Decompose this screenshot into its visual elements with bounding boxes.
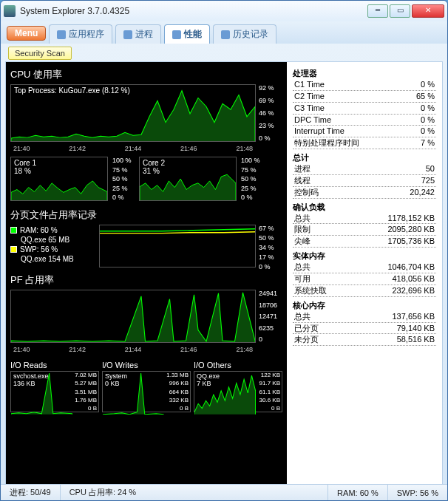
- tab-label: 应用程序: [69, 28, 104, 41]
- content-area: CPU 使用率 Top Process: KuGou7.exe (8.12 %)…: [5, 61, 443, 488]
- green-square-icon: [10, 227, 17, 234]
- cpu-title: CPU 使用率: [10, 68, 282, 81]
- core1-chart: Core 118 %: [10, 157, 108, 201]
- tab-applications[interactable]: 应用程序: [49, 24, 112, 44]
- window-title: System Explorer 3.7.0.4325: [20, 6, 367, 16]
- window-frame: System Explorer 3.7.0.4325 ━ ▭ ✕ Menu 应用…: [0, 0, 448, 501]
- pf-chart: [10, 290, 256, 343]
- processor-header: 处理器: [293, 68, 436, 79]
- io-others-title: I/O Others: [194, 361, 282, 369]
- pf-xaxis: 21:4021:4221:4421:4621:48: [10, 346, 256, 353]
- tab-label: 历史记录: [233, 28, 268, 41]
- swp-legend: SWP: 56 %: [10, 245, 99, 253]
- status-cpu: CPU 占用率: 24 %: [61, 485, 328, 500]
- stats-panel: 处理器 C1 Time0 % C2 Time65 % C3 Time0 % DP…: [287, 62, 442, 488]
- performance-icon: [172, 30, 181, 39]
- pagefile-yaxis: 67 %50 %34 %17 %0 %: [257, 225, 281, 270]
- menu-button[interactable]: Menu: [7, 26, 46, 41]
- processes-icon: [123, 30, 132, 39]
- io-writes-chart: System0 KB 1.33 MB996 KB664 KB332 KB0 B: [102, 371, 191, 412]
- tab-processes[interactable]: 进程: [115, 24, 161, 44]
- history-icon: [221, 30, 230, 39]
- swp-proc: QQ.exe 154 MB: [10, 255, 99, 263]
- titlebar[interactable]: System Explorer 3.7.0.4325 ━ ▭ ✕: [1, 1, 447, 21]
- tab-label: 进程: [135, 28, 153, 41]
- status-processes: 进程: 50/49: [1, 485, 61, 500]
- pagefile-title: 分页文件占用率记录: [10, 208, 282, 222]
- tab-performance[interactable]: 性能: [164, 24, 210, 44]
- status-ram: RAM: 60 %: [328, 485, 388, 500]
- io-writes-title: I/O Writes: [102, 361, 191, 369]
- core2-yaxis: 100 %75 %50 %25 %0 %: [240, 157, 263, 201]
- io-reads-title: I/O Reads: [10, 361, 99, 369]
- tab-label: 性能: [184, 28, 202, 41]
- apps-icon: [57, 30, 66, 39]
- maximize-button[interactable]: ▭: [390, 4, 410, 18]
- totals-header: 总计: [293, 152, 436, 163]
- pf-title: PF 占用率: [10, 273, 282, 287]
- ram-proc: QQ.exe 65 MB: [10, 236, 99, 244]
- yellow-square-icon: [10, 246, 17, 253]
- status-swp: SWP: 56 %: [388, 485, 447, 500]
- toolbar: Menu 应用程序 进程 性能 历史记录: [1, 21, 447, 44]
- top-process-label: Top Process: KuGou7.exe (8.12 %): [14, 86, 130, 95]
- close-button[interactable]: ✕: [412, 4, 444, 18]
- minimize-button[interactable]: ━: [367, 4, 388, 18]
- app-icon: [4, 5, 16, 17]
- performance-panel: CPU 使用率 Top Process: KuGou7.exe (8.12 %)…: [6, 62, 287, 488]
- status-bar: 进程: 50/49 CPU 占用率: 24 % RAM: 60 % SWP: 5…: [1, 484, 447, 500]
- cpu-yaxis: 92 %69 %46 %23 %0 %: [257, 84, 281, 142]
- io-reads-chart: svchost.exe136 KB 7.02 MB5.27 MB3.51 MB1…: [10, 371, 99, 412]
- core2-chart: Core 231 %: [139, 157, 237, 201]
- kernel-header: 核心内存: [293, 300, 436, 311]
- cpu-chart: Top Process: KuGou7.exe (8.12 %): [10, 84, 256, 142]
- cpu-xaxis: 21:4021:4221:4421:4621:48: [10, 145, 256, 152]
- security-scan-button[interactable]: Security Scan: [8, 47, 72, 60]
- tab-history[interactable]: 历史记录: [213, 24, 276, 44]
- pagefile-chart: [99, 225, 256, 267]
- physmem-header: 实体内存: [293, 250, 436, 262]
- io-others-chart: QQ.exe7 KB 122 KB91.7 KB61.1 KB30.6 KB0 …: [194, 371, 282, 412]
- core1-yaxis: 100 %75 %50 %25 %0 %: [111, 157, 135, 201]
- pf-yaxis: 24941187061247162350: [257, 290, 281, 343]
- ram-legend: RAM: 60 %: [10, 226, 99, 234]
- commit-header: 确认负载: [293, 202, 436, 213]
